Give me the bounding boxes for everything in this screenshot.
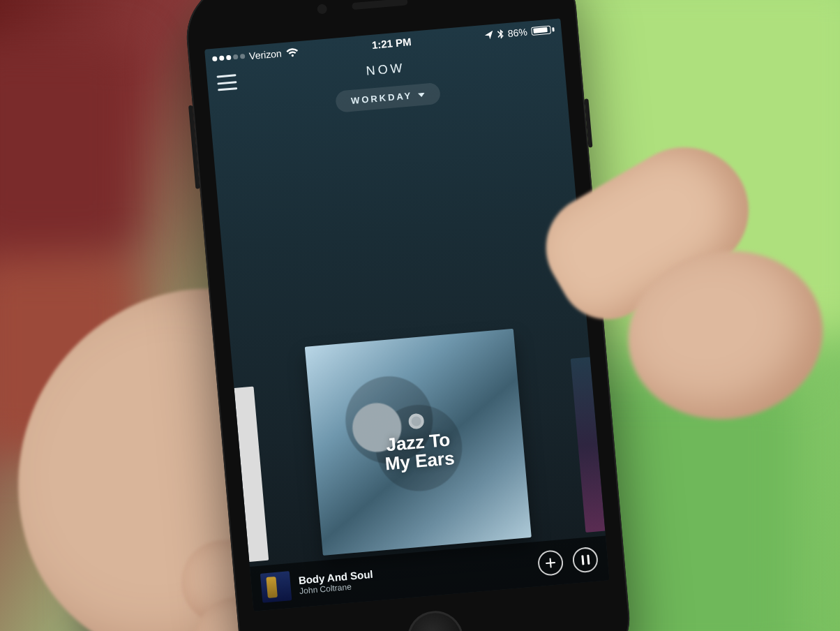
now-playing-thumbnail[interactable]: [260, 571, 292, 603]
bluetooth-icon: [497, 29, 504, 39]
app-screen: Verizon 1:21 PM 86%: [204, 18, 609, 611]
now-playing-text[interactable]: Body And Soul John Coltrane: [298, 554, 530, 596]
context-chip[interactable]: WORKDAY: [335, 82, 442, 113]
context-chip-label: WORKDAY: [350, 90, 412, 106]
menu-button[interactable]: [216, 74, 237, 91]
spotify-logo-icon: [408, 413, 425, 429]
playlist-cover[interactable]: Jazz To My Ears: [305, 329, 532, 556]
add-button[interactable]: [537, 549, 564, 577]
pause-button[interactable]: [571, 547, 599, 574]
cover-overlay-title: Jazz To My Ears: [381, 410, 456, 474]
phone-device: Verizon 1:21 PM 86%: [182, 0, 634, 631]
battery-percentage: 86%: [507, 26, 527, 38]
chevron-down-icon: [417, 89, 425, 101]
location-icon: [484, 30, 493, 39]
status-time: 1:21 PM: [371, 36, 412, 51]
wifi-icon: [285, 47, 299, 58]
battery-icon: [531, 25, 555, 36]
signal-strength-icon: [212, 54, 245, 61]
carrier-label: Verizon: [248, 47, 282, 61]
